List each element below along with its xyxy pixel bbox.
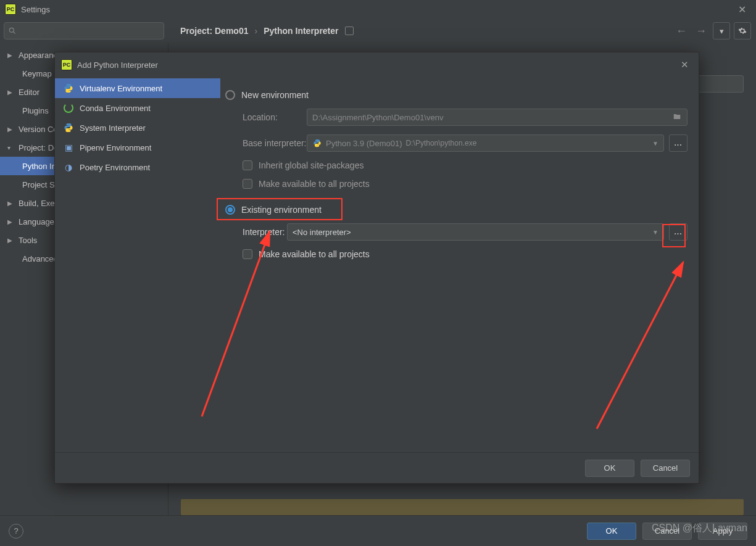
env-label: Poetry Environment	[80, 163, 150, 172]
breadcrumb: Project: Demo01 › Python Interpreter	[180, 26, 354, 36]
pycharm-icon: PC	[61, 59, 72, 70]
nav-forward-icon[interactable]: →	[693, 25, 709, 38]
settings-apply-button[interactable]: Apply	[698, 523, 747, 540]
interpreter-label: Interpreter:	[225, 227, 287, 237]
pipenv-icon: ▣	[64, 143, 73, 152]
radio-new-environment[interactable]	[225, 90, 235, 100]
dialog-titlebar: PC Add Python Interpreter ✕	[55, 52, 699, 77]
make-available-checkbox-2[interactable]	[243, 249, 252, 259]
close-icon[interactable]: ✕	[733, 1, 751, 18]
make-available-row-1[interactable]: Make available to all projects	[225, 175, 687, 193]
new-environment-radio-row[interactable]: New environment	[225, 86, 687, 104]
make-available-row-2[interactable]: Make available to all projects	[225, 245, 687, 263]
base-interpreter-browse-button[interactable]: ...	[669, 134, 687, 152]
svg-line-1	[14, 32, 15, 34]
location-value: D:\Assignment\Python\Demo01\venv	[312, 113, 443, 122]
inherit-row[interactable]: Inherit global site-packages	[225, 156, 687, 175]
make-available-label-1: Make available to all projects	[259, 179, 370, 189]
new-environment-label: New environment	[241, 90, 309, 100]
settings-cancel-button[interactable]: Cancel	[642, 523, 692, 540]
dialog-footer: OK Cancel	[55, 452, 699, 483]
interpreter-select[interactable]: <No interpreter> ▼	[287, 223, 664, 241]
dialog-cancel-button[interactable]: Cancel	[641, 460, 690, 477]
inherit-checkbox[interactable]	[243, 160, 252, 170]
python-icon	[312, 138, 322, 148]
dialog-title: Add Python Interpreter	[77, 60, 158, 70]
env-label: Pipenv Environment	[80, 143, 151, 152]
breadcrumb-project: Project: Demo01	[180, 26, 248, 36]
radio-existing-environment[interactable]	[225, 205, 235, 215]
base-interpreter-label: Base interpreter:	[225, 138, 307, 148]
env-pipenv[interactable]: ▣ Pipenv Environment	[55, 138, 220, 157]
location-label: Location:	[225, 112, 307, 122]
dialog-close-icon[interactable]: ✕	[677, 58, 692, 72]
annotation-arrow-right	[591, 256, 696, 435]
env-label: Virtualenv Environment	[80, 84, 162, 93]
dropdown-button[interactable]: ▾	[713, 22, 730, 39]
chevron-down-icon: ▼	[652, 140, 658, 147]
gear-icon[interactable]	[734, 22, 751, 39]
pycharm-icon: PC	[5, 4, 16, 15]
inherit-label: Inherit global site-packages	[259, 160, 363, 170]
env-label: Conda Environment	[80, 104, 151, 113]
env-virtualenv[interactable]: Virtualenv Environment	[55, 78, 220, 98]
settings-search-input[interactable]	[4, 22, 164, 39]
existing-environment-label: Existing environment	[241, 205, 322, 215]
env-system[interactable]: System Interpreter	[55, 118, 220, 138]
base-interpreter-path: D:\Python\python.exe	[406, 139, 477, 147]
folder-icon[interactable]	[672, 112, 682, 123]
base-interpreter-value: Python 3.9 (Demo01)	[326, 139, 402, 148]
conda-icon	[64, 103, 73, 113]
existing-environment-radio-row[interactable]: Existing environment	[225, 201, 687, 219]
environment-form: New environment Location: D:\Assignment\…	[220, 77, 699, 452]
interpreter-browse-button[interactable]: ...	[669, 223, 687, 241]
add-interpreter-dialog: PC Add Python Interpreter ✕ Virtualenv E…	[54, 52, 699, 484]
make-available-checkbox-1[interactable]	[243, 179, 252, 189]
env-conda[interactable]: Conda Environment	[55, 98, 220, 118]
poetry-icon: ◑	[64, 162, 73, 172]
environment-type-list: Virtualenv Environment Conda Environment…	[55, 77, 220, 452]
settings-titlebar: PC Settings ✕	[0, 0, 756, 19]
settings-ok-button[interactable]: OK	[587, 523, 636, 540]
make-available-label-2: Make available to all projects	[259, 249, 370, 259]
dialog-ok-button[interactable]: OK	[585, 460, 634, 477]
nav-back-icon[interactable]: ←	[673, 25, 689, 38]
env-poetry[interactable]: ◑ Poetry Environment	[55, 157, 220, 177]
project-badge-icon	[345, 27, 354, 35]
python-icon	[64, 83, 73, 93]
env-label: System Interpreter	[80, 123, 146, 133]
svg-point-0	[9, 28, 14, 32]
python-icon	[64, 123, 73, 133]
chevron-right-icon: ›	[254, 26, 257, 36]
interpreter-value: <No interpreter>	[293, 228, 351, 237]
help-icon[interactable]: ?	[9, 524, 23, 539]
settings-footer: ? OK Cancel Apply	[0, 515, 756, 546]
settings-title: Settings	[21, 5, 50, 14]
base-interpreter-select[interactable]: Python 3.9 (Demo01) D:\Python\python.exe…	[307, 134, 664, 152]
warning-banner	[181, 499, 744, 515]
svg-line-3	[597, 262, 683, 429]
location-input[interactable]: D:\Assignment\Python\Demo01\venv	[307, 109, 687, 126]
chevron-down-icon: ▼	[652, 229, 658, 236]
breadcrumb-section: Python Interpreter	[264, 26, 338, 36]
